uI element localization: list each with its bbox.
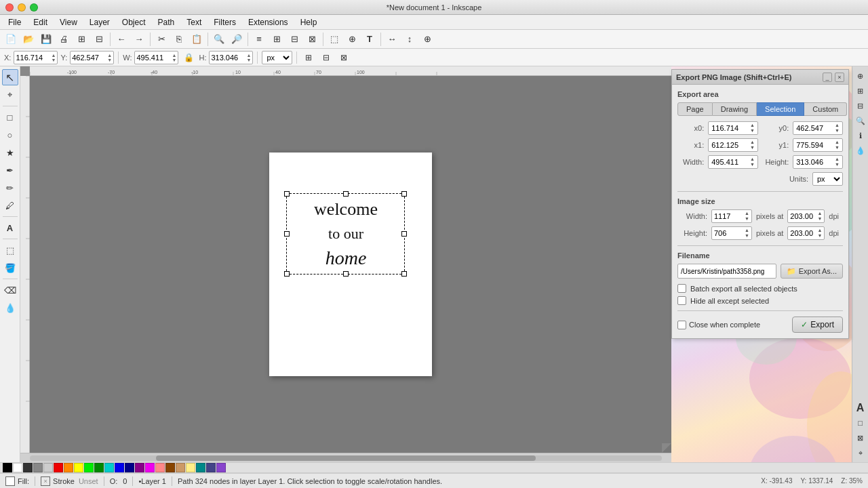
color-purple[interactable] <box>135 463 144 472</box>
dpi-input-1[interactable]: 203.00 ▲ ▼ <box>787 209 825 223</box>
dpi2-up[interactable]: ▲ <box>817 228 822 233</box>
print-button[interactable]: 🖨 <box>56 31 72 47</box>
lock-aspect-button[interactable]: 🔒 <box>181 50 196 65</box>
export-panel-titlebar[interactable]: Export PNG Image (Shift+Ctrl+E) _ × <box>672 70 848 85</box>
dpi1-down[interactable]: ▼ <box>817 216 822 222</box>
menu-extensions[interactable]: Extensions <box>243 16 294 28</box>
width-up[interactable]: ▲ <box>750 157 755 162</box>
w-input[interactable]: 495.411 ▲ ▼ <box>134 51 178 64</box>
handle-middle-right[interactable] <box>401 231 407 237</box>
minimize-button[interactable] <box>18 3 26 12</box>
y0-up[interactable]: ▲ <box>835 123 840 128</box>
x0-input[interactable]: 116.714 ▲ ▼ <box>708 121 758 135</box>
y-spin-up[interactable]: ▲ <box>107 53 112 58</box>
units-dropdown[interactable]: px mm cm in <box>812 172 843 186</box>
x0-up[interactable]: ▲ <box>750 123 755 128</box>
h-scrollbar-track[interactable] <box>30 455 662 461</box>
x1-up[interactable]: ▲ <box>750 140 755 145</box>
handle-bottom-center[interactable] <box>343 271 349 277</box>
maximize-button[interactable] <box>30 3 38 12</box>
export-button[interactable]: ⊟ <box>91 31 107 47</box>
star-tool[interactable]: ★ <box>2 144 18 161</box>
rt-snap[interactable]: ⊕ <box>854 69 867 83</box>
h-spin-up[interactable]: ▲ <box>247 53 252 58</box>
dpi2-down[interactable]: ▼ <box>817 233 822 239</box>
ungroup-button[interactable]: ⊠ <box>304 31 320 47</box>
menu-layer[interactable]: Layer <box>84 16 115 28</box>
color-pink[interactable] <box>155 463 165 472</box>
rt-grid[interactable]: ⊞ <box>854 84 867 98</box>
color-white[interactable] <box>13 463 22 472</box>
x-spin-down[interactable]: ▼ <box>51 58 56 62</box>
tab-drawing[interactable]: Drawing <box>713 102 757 116</box>
dpi-input-2[interactable]: 203.00 ▲ ▼ <box>787 226 825 240</box>
imgh-down[interactable]: ▼ <box>745 233 749 239</box>
y0-input[interactable]: 462.547 ▲ ▼ <box>793 121 843 135</box>
color-gray[interactable] <box>33 463 43 472</box>
position-button[interactable]: ⊟ <box>319 50 334 65</box>
color-black[interactable] <box>3 463 12 472</box>
handle-bottom-left[interactable] <box>284 271 290 277</box>
x1-down[interactable]: ▼ <box>750 145 755 150</box>
menu-object[interactable]: Object <box>117 16 151 28</box>
handle-top-left[interactable] <box>284 191 290 197</box>
color-violet[interactable] <box>216 463 226 472</box>
y-spin-down[interactable]: ▼ <box>107 58 112 62</box>
color-indigo[interactable] <box>206 463 216 472</box>
w-spin-down[interactable]: ▼ <box>172 58 177 62</box>
height-input[interactable]: 313.046 ▲ ▼ <box>793 155 843 169</box>
h-scrollbar[interactable] <box>20 453 671 462</box>
imgw-up[interactable]: ▲ <box>745 211 749 216</box>
color-tan[interactable] <box>176 463 185 472</box>
y1-down[interactable]: ▼ <box>835 145 840 150</box>
panel-collapse-btn[interactable]: _ <box>823 73 832 82</box>
color-blue[interactable] <box>115 463 124 472</box>
rt-info[interactable]: ℹ <box>854 129 867 142</box>
circle-tool[interactable]: ○ <box>2 127 18 143</box>
close-button[interactable] <box>5 3 14 12</box>
color-orange[interactable] <box>64 463 73 472</box>
path-button[interactable]: ⊕ <box>344 31 360 47</box>
redo-button[interactable]: → <box>131 31 147 47</box>
handle-top-center[interactable] <box>343 191 349 197</box>
lock-button[interactable]: ⊕ <box>419 31 435 47</box>
menu-file[interactable]: File <box>3 16 26 28</box>
x-input[interactable]: 116.714 ▲ ▼ <box>14 51 58 64</box>
filename-input[interactable]: /Users/Kristin/path3358.png <box>677 264 776 279</box>
fill-color-box[interactable] <box>5 476 15 486</box>
import-button[interactable]: ⊞ <box>73 31 90 47</box>
rt-eyedrop[interactable]: 💧 <box>854 144 867 157</box>
pencil-tool[interactable]: ✏ <box>2 180 18 196</box>
menu-filters[interactable]: Filters <box>208 16 241 28</box>
text-tool-btn[interactable]: T <box>361 31 378 47</box>
menu-help[interactable]: Help <box>295 16 323 28</box>
color-yellow[interactable] <box>74 463 83 472</box>
hide-except-checkbox[interactable] <box>677 296 686 305</box>
rt-grid2[interactable]: ⊠ <box>854 431 867 445</box>
h-spin-down[interactable]: ▼ <box>247 58 252 62</box>
x0-down[interactable]: ▼ <box>750 128 755 134</box>
flip-v-button[interactable]: ↕ <box>401 31 418 47</box>
align-button[interactable]: ≡ <box>251 31 267 47</box>
menu-view[interactable]: View <box>54 16 83 28</box>
save-button[interactable]: 💾 <box>38 31 54 47</box>
y-input[interactable]: 462.547 ▲ ▼ <box>70 51 114 64</box>
copy-button[interactable]: ⎘ <box>171 31 187 47</box>
menu-path[interactable]: Path <box>153 16 180 28</box>
color-magenta[interactable] <box>145 463 155 472</box>
tab-page[interactable]: Page <box>677 102 713 116</box>
calligraphy-tool[interactable]: 🖊 <box>2 197 18 214</box>
img-width-input[interactable]: 1117 ▲ ▼ <box>711 209 752 223</box>
distribute-button[interactable]: ⊞ <box>269 31 285 47</box>
x-spin-up[interactable]: ▲ <box>51 53 56 58</box>
rt-text-large[interactable]: A <box>854 401 867 415</box>
width-down[interactable]: ▼ <box>750 162 755 167</box>
y1-input[interactable]: 775.594 ▲ ▼ <box>793 138 843 152</box>
height-up[interactable]: ▲ <box>835 157 840 162</box>
handle-middle-left[interactable] <box>284 231 290 237</box>
height-down[interactable]: ▼ <box>835 162 840 167</box>
img-height-input[interactable]: 706 ▲ ▼ <box>711 226 752 240</box>
imgw-down[interactable]: ▼ <box>745 216 749 222</box>
export-button[interactable]: ✓ Export <box>792 317 843 333</box>
y1-up[interactable]: ▲ <box>835 140 840 145</box>
